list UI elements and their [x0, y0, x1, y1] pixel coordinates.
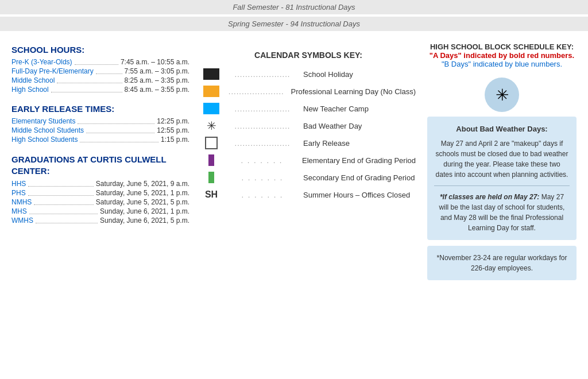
school-hours-row-middle: Middle School 8:25 a.m. – 3:35 p.m.	[11, 76, 189, 84]
fall-semester-bar: Fall Semester - 81 Instructional Days	[0, 0, 588, 14]
early-release-title: EARLY RELEASE TIMES:	[11, 104, 189, 114]
early-release-high: High School Students 1:15 p.m.	[11, 136, 189, 144]
holiday-dots: .....................	[224, 70, 301, 79]
er-elementary-value: 12:25 p.m.	[157, 117, 189, 125]
phs-value: Saturday, June 5, 2021, 1 p.m.	[96, 189, 189, 197]
mhs-dots	[29, 214, 98, 214]
spring-semester-text: Spring Semester - 94 Instructional Days	[228, 20, 360, 28]
spring-semester-bar: Spring Semester - 94 Instructional Days	[0, 17, 588, 31]
green-bar-icon	[208, 172, 214, 183]
hhs-value: Saturday, June 5, 2021, 9 a.m.	[96, 180, 189, 188]
early-release-section: EARLY RELEASE TIMES: Elementary Students…	[11, 104, 189, 144]
sgp-label: Secondary End of Grading Period	[301, 173, 416, 182]
er-elementary-label: Elementary Students	[11, 117, 75, 125]
b-days-text: "B Days" indicated by blue numbers.	[427, 60, 577, 68]
orange-square-symbol	[201, 85, 222, 98]
orange-square-icon	[203, 86, 219, 97]
hhs-label: HHS	[11, 180, 26, 188]
er-middle-value: 12:55 p.m.	[157, 126, 189, 134]
key-professional-learning: ..................... Professional Learn…	[201, 85, 416, 98]
school-hours-row-elementary: Full-Day Pre-K/Elementary 7:55 a.m. – 3:…	[11, 67, 189, 75]
square-outline-icon	[205, 137, 218, 149]
er-key-label: Early Release	[301, 139, 416, 148]
left-column: SCHOOL HOURS: Pre-K (3-Year-Olds) 7:45 a…	[11, 39, 189, 280]
bwd-label: Bad Weather Day	[301, 122, 416, 130]
key-elementary-grading: . . . . . . . Elementary End of Grading …	[201, 154, 416, 167]
block-key-title: HIGH SCHOOL BLOCK SCHEDULE KEY:	[427, 42, 577, 51]
grad-phs: PHS Saturday, June 5, 2021, 1 p.m.	[11, 189, 189, 197]
egp-dots: . . . . . . .	[224, 156, 300, 165]
holiday-label: School Holiday	[301, 70, 416, 79]
november-text: *November 23-24 are regular workdays for…	[437, 254, 567, 272]
elementary-value: 7:55 a.m. – 3:05 p.m.	[125, 67, 189, 75]
blue-square-icon	[203, 103, 219, 114]
egp-label: Elementary End of Grading Period	[300, 156, 416, 165]
purple-bar-symbol	[201, 154, 222, 167]
bwd-dots: .....................	[224, 122, 301, 130]
sh-dots: . . . . . . .	[224, 191, 301, 199]
key-summer-hours: SH . . . . . . . Summer Hours – Offices …	[201, 188, 416, 201]
grad-hhs: HHS Saturday, June 5, 2021, 9 a.m.	[11, 180, 189, 188]
black-square-symbol	[201, 68, 222, 80]
november-info-box: *November 23-24 are regular workdays for…	[427, 246, 577, 280]
bad-weather-info-box: About Bad Weather Days: May 27 and April…	[427, 117, 577, 240]
mhs-label: MHS	[11, 207, 27, 215]
middle-value: 8:25 a.m. – 3:35 p.m.	[125, 76, 189, 84]
sh-icon: SH	[205, 190, 218, 200]
high-dots	[51, 92, 122, 92]
early-release-middle: Middle School Students 12:55 p.m.	[11, 126, 189, 134]
blue-square-symbol	[201, 102, 222, 115]
wmhs-dots	[36, 223, 98, 223]
er-middle-dots	[86, 133, 154, 133]
er-high-dots	[80, 142, 158, 142]
square-outline-symbol	[201, 137, 222, 149]
ntc-label: New Teacher Camp	[301, 105, 416, 113]
elementary-dots	[96, 74, 122, 74]
snowflake-symbol: ✳	[201, 119, 222, 132]
wmhs-label: WMHS	[11, 216, 33, 225]
er-middle-label: Middle School Students	[11, 126, 84, 134]
prek-value: 7:45 a.m. – 10:55 a.m.	[121, 58, 189, 66]
sh-label: Summer Hours – Offices Closed	[301, 191, 416, 199]
info-box-divider	[434, 185, 570, 186]
high-value: 8:45 a.m. – 3:55 p.m.	[125, 86, 189, 94]
sgp-dots: . . . . . . .	[224, 173, 301, 182]
hhs-dots	[28, 186, 93, 187]
prek-dots	[75, 64, 118, 65]
key-early-release: ..................... Early Release	[201, 137, 416, 149]
snowflake-icon: ✳	[207, 119, 216, 133]
elementary-label: Full-Day Pre-K/Elementary	[11, 67, 94, 75]
prek-label: Pre-K (3-Year-Olds)	[11, 58, 72, 66]
er-high-label: High School Students	[11, 136, 78, 144]
ntc-dots: .....................	[224, 105, 301, 113]
er-dots: .....................	[224, 139, 301, 148]
purple-bar-icon	[208, 154, 214, 166]
middle-dots	[57, 83, 122, 83]
right-column: HIGH SCHOOL BLOCK SCHEDULE KEY: "A Days"…	[427, 39, 577, 280]
key-bad-weather: ✳ ..................... Bad Weather Day	[201, 119, 416, 132]
snowflake-circle-icon: ✳	[485, 78, 519, 112]
high-label: High School	[11, 86, 49, 94]
block-key-header: HIGH SCHOOL BLOCK SCHEDULE KEY: "A Days"…	[427, 39, 577, 72]
black-square-icon	[203, 68, 219, 80]
may27-section: *If classes are held on May 27: May 27 w…	[434, 192, 570, 233]
key-secondary-grading: . . . . . . . Secondary End of Grading P…	[201, 171, 416, 184]
phs-label: PHS	[11, 189, 26, 197]
center-column: CALENDAR SYMBOLS KEY: ..................…	[189, 39, 427, 280]
key-new-teacher-camp: ..................... New Teacher Camp	[201, 102, 416, 115]
school-hours-title: SCHOOL HOURS:	[11, 45, 189, 55]
mhs-value: Sunday, June 6, 2021, 1 p.m.	[100, 207, 189, 215]
grad-nmhs: NMHS Saturday, June 5, 2021, 5 p.m.	[11, 198, 189, 206]
er-elementary-dots	[78, 123, 154, 124]
school-hours-row-high: High School 8:45 a.m. – 3:55 p.m.	[11, 86, 189, 94]
bad-weather-title: About Bad Weather Days:	[434, 123, 570, 135]
phs-dots	[28, 195, 94, 196]
pld-label: Professional Learning Day (No Class)	[289, 87, 416, 96]
bad-weather-body: May 27 and April 2 are "makeup" days if …	[434, 138, 570, 180]
key-school-holiday: ..................... School Holiday	[201, 68, 416, 80]
green-bar-symbol	[201, 171, 222, 184]
may27-title: *If classes are held on May 27:	[440, 193, 539, 201]
calendar-key-title: CALENDAR SYMBOLS KEY:	[201, 51, 416, 60]
early-release-elementary: Elementary Students 12:25 p.m.	[11, 117, 189, 125]
graduations-title: GRADUATIONS AT CURTIS CULWELL CENTER:	[11, 154, 189, 176]
